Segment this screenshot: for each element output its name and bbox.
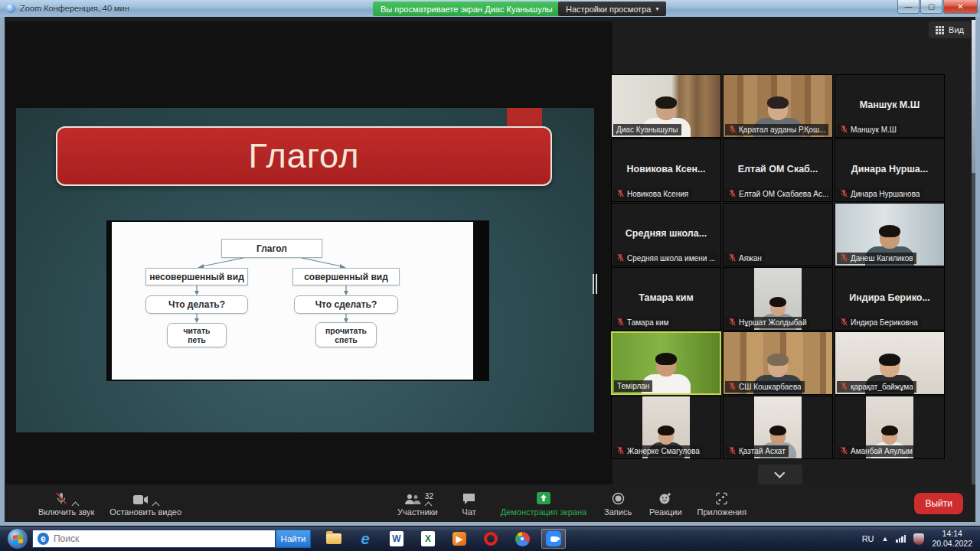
internet-explorer-icon[interactable]: e (353, 529, 377, 549)
unmute-button[interactable]: Включить звук (31, 487, 102, 520)
participants-count: 32 (425, 492, 433, 500)
unmute-label: Включить звук (38, 507, 94, 517)
antivirus-tray-icon[interactable] (913, 533, 924, 545)
taskbar-search: e Найти (32, 530, 311, 548)
flow-left-question: Что делать? (145, 295, 248, 314)
participant-tile[interactable]: Аяжан (723, 203, 833, 266)
slide-title: Глагол (249, 136, 360, 176)
word-icon[interactable]: W (384, 529, 409, 549)
show-hidden-icons[interactable]: ▲ (882, 535, 889, 543)
participants-button[interactable]: 32 Участники (390, 487, 446, 520)
view-settings-button[interactable]: Настройки просмотра ▾ (558, 2, 666, 16)
mic-muted-icon (616, 446, 625, 456)
chat-button[interactable]: Чат (446, 487, 493, 520)
start-button[interactable] (8, 529, 28, 549)
participant-tile[interactable]: Темірлан (611, 331, 721, 395)
panel-resize-handle[interactable] (591, 272, 599, 295)
share-screen-button[interactable]: Демонстрация экрана (493, 487, 594, 520)
participant-name-label: қарақат_байжұма (837, 381, 916, 393)
close-button[interactable]: ✕ (943, 0, 978, 14)
participant-tile[interactable]: Данеш Кагиликов (835, 203, 945, 266)
participant-tile[interactable]: Аманбай Аяулым (835, 396, 945, 459)
media-player-icon[interactable]: ▶ (447, 529, 472, 549)
chevron-down-icon: ▾ (655, 5, 658, 12)
participant-name-center: Елтай ОМ Скаб... (727, 164, 829, 174)
search-input[interactable] (54, 533, 270, 544)
participant-name-label: Новикова Ксения (613, 188, 691, 200)
reactions-icon (658, 490, 672, 505)
mic-muted-icon (840, 446, 848, 456)
participant-name-label: Аманбай Аяулым (837, 445, 916, 457)
mic-muted-icon (728, 318, 737, 328)
mic-muted-icon (840, 125, 848, 135)
chrome-icon[interactable] (510, 529, 534, 549)
file-explorer-icon[interactable] (322, 529, 346, 549)
participant-name-center: Динара Нурша... (838, 164, 941, 174)
mic-muted-icon (840, 189, 848, 199)
participant-tile[interactable]: Диас Куанышулы (611, 74, 721, 138)
participant-tile[interactable]: Индира Берико...Индира Бериковна (835, 267, 945, 331)
apps-button[interactable]: Приложения (690, 487, 754, 520)
screen: Zoom Конференция, 40 мин Вы просматривае… (0, 0, 980, 551)
participants-label: Участники (397, 507, 438, 517)
participant-name-label: Қаратал ауданы Р.Қош... (725, 124, 828, 135)
mic-muted-icon (728, 125, 737, 135)
participants-scrollbar[interactable] (972, 20, 975, 488)
share-screen-icon (536, 490, 551, 505)
record-icon (612, 490, 625, 505)
language-indicator[interactable]: RU (862, 534, 874, 543)
participant-name-label: Жанерке Смагулова (613, 445, 703, 457)
participant-tile[interactable]: Қаратал ауданы Р.Қош... (723, 74, 833, 138)
excel-icon[interactable]: X (416, 529, 440, 549)
participant-tile[interactable]: Елтай ОМ Скаб...Елтай ОМ Скабаева Ас... (723, 139, 833, 202)
system-tray: RU ▲ 14:14 20.04.2022 (862, 529, 980, 549)
participant-tile[interactable]: Динара Нурша...Динара Нуршанова (835, 139, 945, 202)
participant-name-label: СШ Кошкарбаева (725, 381, 805, 393)
participant-grid: Диас КуанышулыҚаратал ауданы Р.Қош...Ман… (611, 74, 945, 459)
flow-right-question: Что сделать? (294, 295, 398, 314)
participant-tile[interactable]: қарақат_байжұма (835, 331, 945, 395)
flow-right-branch: совершенный вид (292, 268, 400, 285)
view-settings-label: Настройки просмотра (566, 5, 651, 14)
stop-video-button[interactable]: Остановить видео (102, 487, 189, 520)
chat-icon (462, 490, 475, 505)
zoom-taskbar-icon[interactable] (541, 529, 566, 549)
apps-icon (715, 490, 728, 505)
search-submit-button[interactable]: Найти (276, 530, 311, 548)
zoom-app-icon (6, 4, 15, 13)
clock-time: 14:14 (932, 529, 972, 539)
participant-tile[interactable]: Маншук М.ШМаншук М.Ш (835, 74, 945, 138)
participant-name-label: Тамара ким (613, 317, 671, 328)
scroll-participants-button[interactable] (758, 465, 802, 484)
windows-taskbar: e Найти e W X ▶ RU ▲ 14:14 20.04.2022 (0, 526, 980, 551)
participant-tile[interactable]: Қазтай Асхат (723, 396, 833, 459)
presentation-slide: Глагол Глагол несовершенный вид (16, 108, 594, 432)
view-layout-button[interactable]: Вид (929, 21, 971, 38)
camera-icon (133, 490, 158, 505)
mic-muted-icon (616, 318, 625, 328)
record-button[interactable]: Запись (594, 487, 642, 520)
mic-muted-icon (840, 382, 848, 392)
participant-name-label: Средняя школа имени ... (613, 253, 718, 264)
mic-muted-icon (728, 382, 737, 392)
opera-icon[interactable] (479, 529, 503, 549)
participant-name-center: Маншук М.Ш (838, 99, 941, 110)
participant-tile[interactable]: Средняя школа...Средняя школа имени ... (611, 203, 721, 266)
participant-name-center: Новикова Ксен... (615, 164, 717, 174)
maximize-button[interactable]: ▢ (920, 0, 942, 14)
participant-tile[interactable]: Тамара кимТамара ким (611, 267, 721, 331)
participant-tile[interactable]: Новикова Ксен...Новикова Ксения (611, 139, 721, 202)
minimize-button[interactable]: — (897, 0, 920, 14)
network-icon[interactable] (896, 535, 906, 543)
leave-button[interactable]: Выйти (914, 493, 963, 514)
flow-left-branch: несовершенный вид (145, 268, 248, 285)
participant-tile[interactable]: Нұршат Жолдыбай (723, 267, 833, 331)
chat-label: Чат (462, 507, 476, 517)
participant-tile[interactable]: Жанерке Смагулова (611, 396, 721, 459)
participant-tile[interactable]: СШ Кошкарбаева (723, 331, 833, 395)
reactions-button[interactable]: Реакции (642, 487, 690, 520)
view-button-label: Вид (949, 25, 964, 34)
window-titlebar: Zoom Конференция, 40 мин Вы просматривае… (0, 0, 980, 17)
taskbar-clock[interactable]: 14:14 20.04.2022 (932, 529, 972, 549)
flow-right-examples: прочитатьспеть (315, 322, 377, 347)
